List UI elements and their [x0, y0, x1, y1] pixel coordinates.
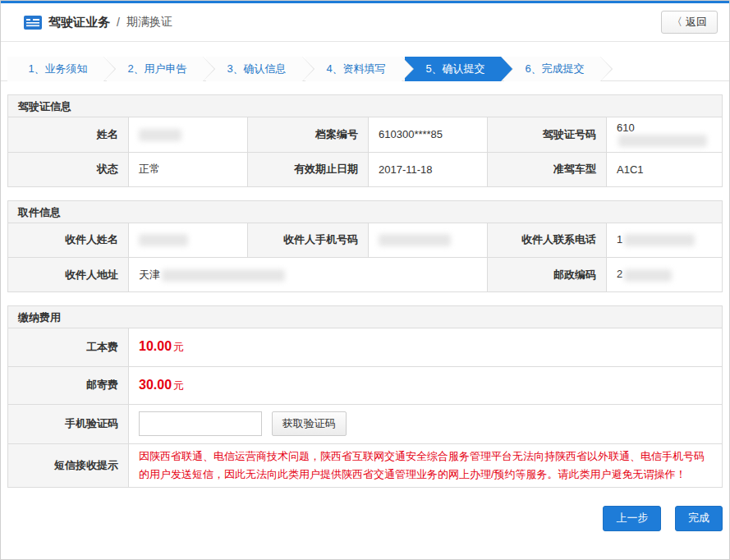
recipient-tel-prefix: 1 — [617, 233, 622, 246]
step-4-fill-materials[interactable]: 4、资料填写 — [305, 57, 402, 81]
cost-value: 10.00元 — [129, 328, 723, 366]
license-no-value: 610 — [607, 117, 723, 152]
step-label: 6、完成提交 — [525, 62, 584, 75]
license-no-prefix: 610 — [617, 122, 635, 134]
fees-title: 缴纳费用 — [7, 305, 723, 328]
expiry-label: 有效期止日期 — [248, 152, 369, 186]
sms-code-cell: 获取验证码 — [129, 404, 723, 443]
page-title-secondary: 期满换证 — [126, 15, 172, 30]
get-sms-code-button[interactable]: 获取验证码 — [272, 411, 347, 436]
recipient-name-label: 收件人姓名 — [8, 223, 129, 258]
postcode-label: 邮政编码 — [488, 258, 607, 292]
pickup-info-table: 收件人姓名 收件人手机号码 收件人联系电话 1 收件人地址 天津 邮政编码 2 — [7, 223, 723, 293]
license-info-table: 姓名 档案编号 610300****85 驾驶证号码 610 状态 正常 有效期… — [7, 117, 723, 187]
step-1-business-notice[interactable]: 1、业务须知 — [7, 57, 103, 81]
expiry-value: 2017-11-18 — [369, 152, 488, 186]
license-info-section: 驾驶证信息 姓名 档案编号 610300****85 驾驶证号码 610 状态 … — [7, 94, 723, 187]
redacted-value — [162, 269, 285, 282]
page-title-separator: / — [117, 16, 120, 29]
sms-notice-label: 短信接收提示 — [8, 443, 129, 487]
back-chevron-icon: 〈 — [672, 15, 682, 30]
table-row: 手机验证码 获取验证码 — [8, 404, 723, 443]
name-value — [129, 117, 248, 152]
header: 驾驶证业务 / 期满换证 〈 返回 — [1, 3, 729, 42]
step-6-finish-submit[interactable]: 6、完成提交 — [504, 57, 600, 81]
page-title: 驾驶证业务 / 期满换证 — [24, 15, 172, 30]
previous-step-button[interactable]: 上一步 — [603, 506, 661, 531]
address-prefix: 天津 — [139, 269, 160, 281]
step-label: 4、资料填写 — [326, 62, 385, 75]
redacted-value — [139, 129, 181, 141]
fees-table: 工本费 10.00元 邮寄费 30.00元 手机验证码 获取验证码 短信接收提示… — [7, 328, 723, 488]
table-row: 邮寄费 30.00元 — [8, 366, 723, 404]
step-label: 3、确认信息 — [227, 62, 286, 75]
step-5-confirm-submit[interactable]: 5、确认提交 — [405, 57, 501, 81]
table-row: 收件人姓名 收件人手机号码 收件人联系电话 1 — [8, 223, 723, 258]
page-title-primary: 驾驶证业务 — [48, 15, 110, 30]
recipient-phone-label: 收件人手机号码 — [248, 223, 369, 258]
postcode-value: 2 — [607, 258, 723, 292]
vehicle-type-value: A1C1 — [607, 152, 723, 186]
license-no-label: 驾驶证号码 — [488, 117, 607, 152]
name-label: 姓名 — [8, 117, 129, 152]
step-label: 5、确认提交 — [425, 62, 484, 75]
address-value: 天津 — [129, 258, 488, 292]
finish-button[interactable]: 完成 — [675, 506, 723, 531]
table-row: 收件人地址 天津 邮政编码 2 — [8, 258, 723, 292]
postage-value: 30.00元 — [129, 366, 723, 404]
step-2-user-declaration[interactable]: 2、用户申告 — [107, 57, 203, 81]
recipient-tel-value: 1 — [607, 223, 723, 258]
file-no-label: 档案编号 — [248, 117, 369, 152]
address-label: 收件人地址 — [8, 258, 129, 292]
postage-unit: 元 — [173, 379, 184, 392]
postage-label: 邮寄费 — [8, 366, 129, 404]
recipient-name-value — [129, 223, 248, 258]
postcode-prefix: 2 — [617, 268, 622, 280]
recipient-phone-value — [369, 223, 488, 258]
cost-amount: 10.00 — [139, 339, 172, 353]
footer-actions: 上一步 完成 — [7, 506, 723, 531]
redacted-value — [624, 234, 695, 246]
step-3-confirm-info[interactable]: 3、确认信息 — [206, 57, 302, 81]
redacted-value — [379, 234, 451, 246]
redacted-value — [139, 234, 188, 246]
table-row: 工本费 10.00元 — [8, 328, 723, 366]
step-label: 1、业务须知 — [28, 62, 87, 75]
status-label: 状态 — [8, 152, 129, 186]
redacted-value — [618, 135, 707, 147]
table-row: 状态 正常 有效期止日期 2017-11-18 准驾车型 A1C1 — [8, 152, 723, 186]
cost-label: 工本费 — [8, 328, 129, 366]
sms-warning-text: 因陕西省联通、电信运营商技术问题，陕西省互联网交通安全综合服务管理平台无法向持陕… — [139, 448, 712, 484]
pickup-info-title: 取件信息 — [7, 200, 723, 223]
redacted-value — [624, 269, 672, 282]
step-wizard: 1、业务须知 2、用户申告 3、确认信息 4、资料填写 5、确认提交 6、完成提… — [1, 57, 729, 81]
license-info-title: 驾驶证信息 — [7, 94, 723, 117]
table-row: 姓名 档案编号 610300****85 驾驶证号码 610 — [8, 117, 723, 152]
cost-unit: 元 — [173, 341, 184, 353]
recipient-tel-label: 收件人联系电话 — [488, 223, 607, 258]
vehicle-type-label: 准驾车型 — [488, 152, 607, 186]
sms-code-input[interactable] — [139, 411, 262, 436]
fees-section: 缴纳费用 工本费 10.00元 邮寄费 30.00元 手机验证码 获取验证码 短… — [7, 305, 723, 488]
license-card-icon — [24, 16, 42, 30]
back-label: 返回 — [686, 15, 707, 30]
step-label: 2、用户申告 — [127, 62, 186, 75]
postage-amount: 30.00 — [139, 378, 172, 392]
status-value: 正常 — [129, 152, 248, 186]
sms-code-label: 手机验证码 — [8, 404, 129, 443]
file-no-value: 610300****85 — [369, 117, 488, 152]
back-button[interactable]: 〈 返回 — [661, 11, 718, 34]
pickup-info-section: 取件信息 收件人姓名 收件人手机号码 收件人联系电话 1 收件人地址 天津 邮政… — [7, 200, 723, 293]
table-row: 短信接收提示 因陕西省联通、电信运营商技术问题，陕西省互联网交通安全综合服务管理… — [8, 443, 723, 487]
sms-notice-value: 因陕西省联通、电信运营商技术问题，陕西省互联网交通安全综合服务管理平台无法向持陕… — [129, 443, 723, 487]
